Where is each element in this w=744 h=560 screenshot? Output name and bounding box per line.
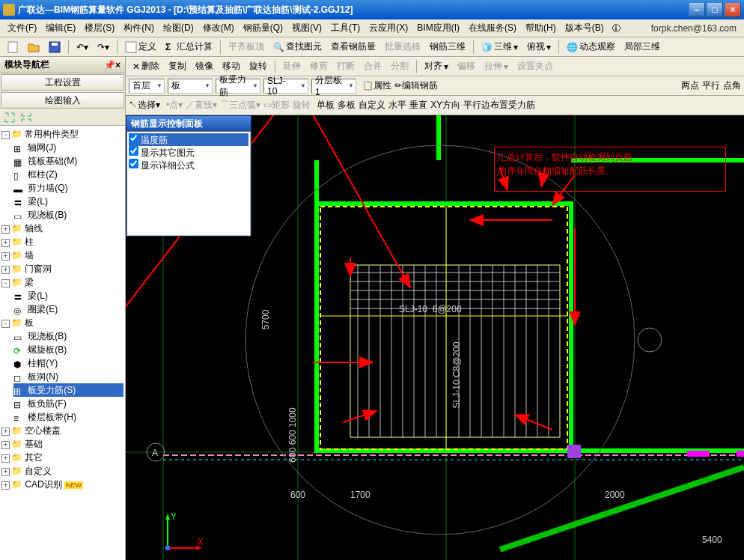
pan-button[interactable]: 俯视▾ xyxy=(523,38,555,55)
menu-tool[interactable]: 工具(T) xyxy=(326,20,365,36)
rect-button[interactable]: ▭矩形 xyxy=(263,99,290,112)
mirror-button[interactable]: 镜像 xyxy=(192,58,217,75)
svg-rect-0 xyxy=(8,42,17,52)
prop-button[interactable]: 📋属性 xyxy=(362,79,391,92)
rebar-display-panel[interactable]: 钢筋显示控制面板 温度筋 显示其它图元 显示详细公式 xyxy=(126,115,251,237)
svg-rect-2 xyxy=(52,43,58,46)
maximize-button[interactable]: □ xyxy=(707,2,723,17)
menu-view[interactable]: 视图(V) xyxy=(287,20,326,36)
batch-button[interactable]: 批量选择 xyxy=(381,38,424,55)
trim-button[interactable]: 修剪 xyxy=(306,58,332,75)
svg-rect-9 xyxy=(317,204,571,451)
flat-button[interactable]: 平齐板顶 xyxy=(225,38,268,55)
node-wall[interactable]: ▬ 剪力墙(Q) xyxy=(13,181,124,195)
menu-floor[interactable]: 楼层(S) xyxy=(80,20,119,36)
menu-online[interactable]: 在线服务(S) xyxy=(464,20,521,36)
extend-button[interactable]: 延伸 xyxy=(279,58,305,75)
node-raft[interactable]: ▦ 筏板基础(M) xyxy=(13,154,124,168)
select-button[interactable]: ↖选择▾ xyxy=(129,99,160,112)
two-pt-button[interactable]: 两点 xyxy=(681,79,699,92)
member-tree[interactable]: -📁 常用构件类型 ⊞ 轴网(J) ▦ 筏板基础(M) ▯ 框柱(Z) ▬ 剪力… xyxy=(0,126,125,560)
id-dropdown[interactable]: SLJ-10 xyxy=(263,79,308,94)
copy-button[interactable]: 复制 xyxy=(165,58,190,75)
xy-button[interactable]: XY方向 xyxy=(430,99,460,112)
node-slab[interactable]: ▭ 现浇板(B) xyxy=(13,208,124,222)
find-button[interactable]: 🔍查找图元 xyxy=(269,38,326,55)
menu-edit[interactable]: 编辑(E) xyxy=(41,20,80,36)
view-rebar-button[interactable]: 查看钢筋量 xyxy=(327,38,379,55)
minimize-button[interactable]: – xyxy=(689,2,705,17)
menu-version[interactable]: 版本号(B) xyxy=(561,20,609,36)
vert-button[interactable]: 垂直 xyxy=(409,99,427,112)
line-button[interactable]: ／直线▾ xyxy=(186,99,217,112)
undo-button[interactable]: ↶▾ xyxy=(73,40,92,55)
help-icon[interactable]: 🛈 xyxy=(612,23,620,34)
sub-toolbar-1: 首层 板 板受力筋 SLJ-10 分层板1 📋属性 ✏编辑钢筋 两点 平行 点角 xyxy=(126,76,744,96)
node-col[interactable]: ▯ 框柱(Z) xyxy=(13,168,124,181)
node-slab-rebar[interactable]: ⊞ 板受力筋(S) xyxy=(13,383,124,397)
menu-bim[interactable]: BIM应用(I) xyxy=(412,20,464,36)
new-badge: NEW xyxy=(64,481,83,489)
sum-button[interactable]: Σ 汇总计算 xyxy=(162,38,216,55)
floor-dropdown[interactable]: 首层 xyxy=(129,79,165,94)
pt-angle-button[interactable]: 点角 xyxy=(723,79,741,92)
menu-file[interactable]: 文件(F) xyxy=(3,20,41,36)
tab-project-settings[interactable]: 工程设置 xyxy=(1,74,124,91)
new-icon[interactable] xyxy=(3,39,22,55)
multi-slab-button[interactable]: 多板 xyxy=(338,99,356,112)
menu-modify[interactable]: 修改(M) xyxy=(198,20,239,36)
par-side-button[interactable]: 平行边布置受力筋 xyxy=(463,99,535,112)
member-dropdown[interactable]: 板 xyxy=(168,79,213,94)
sidebar: 模块导航栏📌× 工程设置 绘图输入 -📁 常用构件类型 ⊞ 轴网(J) ▦ 筏板… xyxy=(0,57,126,560)
open-icon[interactable] xyxy=(24,39,43,55)
offset-button[interactable]: 偏移 xyxy=(454,58,479,75)
local3d-button[interactable]: 局部三维 xyxy=(620,38,664,55)
menu-draw[interactable]: 绘图(D) xyxy=(159,20,198,36)
rot2-button[interactable]: 旋转 xyxy=(293,99,311,112)
3d-button[interactable]: 🧊三维▾ xyxy=(478,38,522,55)
parallel-button[interactable]: 平行 xyxy=(702,79,720,92)
node-beam[interactable]: 〓 梁(L) xyxy=(13,195,124,208)
collapse-icon[interactable] xyxy=(19,111,33,124)
menu-member[interactable]: 构件(N) xyxy=(119,20,159,36)
chk-formula[interactable]: 显示详细公式 xyxy=(129,159,248,171)
rotate-button[interactable]: 旋转 xyxy=(246,58,271,75)
del-button[interactable]: ✕删除 xyxy=(129,58,163,75)
menu-cloud[interactable]: 云应用(X) xyxy=(365,20,412,36)
close-button[interactable]: × xyxy=(725,2,741,17)
chk-other[interactable]: 显示其它图元 xyxy=(129,146,248,159)
tab-draw-input[interactable]: 绘图输入 xyxy=(1,92,124,109)
menu-help[interactable]: 帮助(H) xyxy=(521,20,561,36)
setjig-button[interactable]: 设置夹点 xyxy=(513,58,557,75)
layer-dropdown[interactable]: 分层板1 xyxy=(311,79,356,94)
redo-button[interactable]: ↷▾ xyxy=(94,40,113,55)
custom-button[interactable]: 自定义 xyxy=(359,99,385,112)
dim-600-600-1000: 600 600 1000 xyxy=(287,407,298,462)
point-button[interactable]: •点▾ xyxy=(166,99,183,112)
define-button[interactable]: 定义 xyxy=(121,38,160,55)
dyn-button[interactable]: 🌐动态观察 xyxy=(563,38,619,55)
expand-icon[interactable] xyxy=(3,111,16,124)
chk-temp[interactable]: 温度筋 xyxy=(129,133,248,146)
drawing-viewport[interactable]: 5700 600 600 1000 600 1700 2000 5400 SLJ… xyxy=(126,115,744,560)
toolbar-edit: ✕删除 复制 镜像 移动 旋转 延伸 修剪 打断 合并 分割 对齐▾ 偏移 拉伸… xyxy=(126,57,744,76)
svg-line-56 xyxy=(343,411,376,422)
menu-qty[interactable]: 钢筋量(Q) xyxy=(239,20,287,36)
expander[interactable]: - xyxy=(1,131,10,139)
rebar-3d-button[interactable]: 钢筋三维 xyxy=(426,38,469,55)
split-button[interactable]: 分割 xyxy=(387,58,412,75)
horz-button[interactable]: 水平 xyxy=(388,99,406,112)
align-button[interactable]: 对齐▾ xyxy=(421,58,452,75)
edit-rebar-button[interactable]: ✏编辑钢筋 xyxy=(394,79,438,92)
node-axis[interactable]: ⊞ 轴网(J) xyxy=(13,141,124,154)
close-panel-icon[interactable]: × xyxy=(115,60,121,70)
sub-dropdown[interactable]: 板受力筋 xyxy=(216,79,260,94)
save-icon[interactable] xyxy=(45,39,64,55)
pin-icon[interactable]: 📌 xyxy=(104,60,115,70)
break-button[interactable]: 打断 xyxy=(333,58,359,75)
arc-button[interactable]: ⌒三点弧▾ xyxy=(220,99,260,112)
canvas-area: ✕删除 复制 镜像 移动 旋转 延伸 修剪 打断 合并 分割 对齐▾ 偏移 拉伸… xyxy=(126,57,744,560)
merge-button[interactable]: 合并 xyxy=(360,58,385,75)
single-slab-button[interactable]: 单板 xyxy=(317,99,335,112)
stretch-button[interactable]: 拉伸▾ xyxy=(481,58,512,75)
